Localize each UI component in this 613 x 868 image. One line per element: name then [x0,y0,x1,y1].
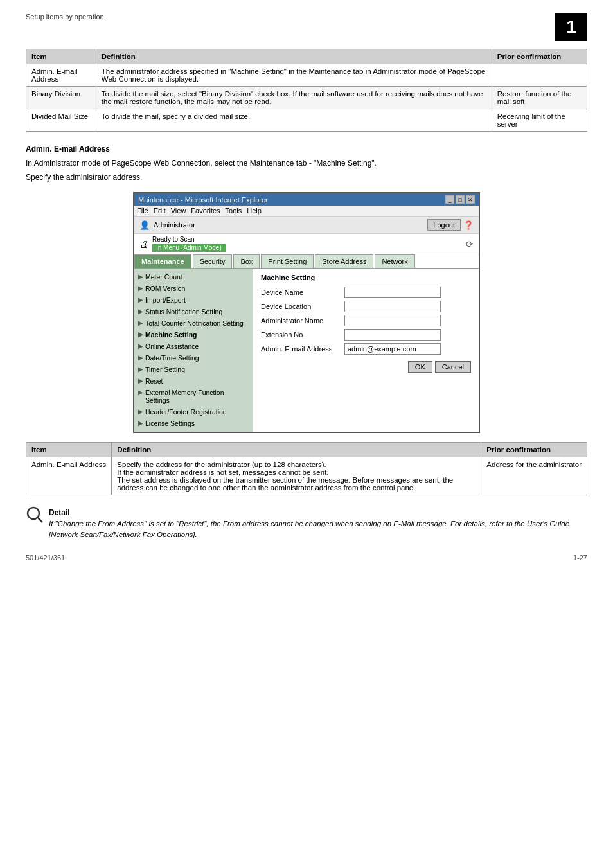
menu-help[interactable]: Help [247,207,262,215]
page-footer: 501/421/361 1-27 [26,554,587,562]
menu-tools[interactable]: Tools [226,207,242,215]
form-label: Device Name [261,288,344,296]
nav-tab-network[interactable]: Network [375,254,414,268]
svg-line-1 [38,518,42,522]
admin-header: 👤 Administrator Logout ❓ [134,217,479,234]
browser-controls: _ □ ✕ [445,195,475,204]
nav-tab-print-setting[interactable]: Print Setting [261,254,314,268]
nav-tab-security[interactable]: Security [193,254,233,268]
nav-tab-store-address[interactable]: Store Address [315,254,373,268]
detail-body: If "Change the From Address" is set to "… [49,518,587,541]
col-prior-b: Prior confirmation [481,443,587,457]
form-input-0[interactable] [344,287,441,298]
section-text2: Specify the administrator address. [26,172,587,183]
col-item-b: Item [26,443,112,457]
cell-item: Binary Division [26,87,96,109]
right-pane-title: Machine Setting [261,274,471,281]
arrow-icon: ▶ [138,296,143,303]
left-menu-item[interactable]: ▶License Settings [134,418,253,429]
form-label: Admin. E-mail Address [261,345,344,353]
two-pane: ▶Meter Count▶ROM Version▶Import/Export▶S… [134,269,479,432]
left-menu-item[interactable]: ▶ROM Version [134,283,253,294]
header-text: Setup items by operation [26,13,104,21]
nav-tabs: MaintenanceSecurityBoxPrint SettingStore… [134,254,479,269]
arrow-icon: ▶ [138,389,143,396]
cell-definition: Specify the address for the administrato… [112,457,481,495]
form-row: Administrator Name [261,315,471,326]
arrow-icon: ▶ [138,377,143,384]
menu-edit[interactable]: Edit [154,207,166,215]
nav-tab-maintenance[interactable]: Maintenance [134,254,191,268]
form-input-1[interactable] [344,301,441,312]
admin-label: Administrator [154,221,195,229]
cell-prior: Address for the administrator [481,457,587,495]
browser-title: Maintenance - Microsoft Internet Explore… [138,196,268,204]
left-menu-item[interactable]: ▶Meter Count [134,271,253,283]
detail-content: Detail If "Change the From Address" is s… [49,508,587,541]
col-prior: Prior confirmation [492,49,587,64]
arrow-icon: ▶ [138,420,143,427]
status-ready-text: Ready to Scan [152,236,226,243]
left-menu-item[interactable]: ▶Import/Export [134,294,253,306]
ok-button[interactable]: OK [408,361,432,373]
arrow-icon: ▶ [138,331,143,338]
refresh-icon[interactable]: ⟳ [466,239,474,249]
footer-right: 1-27 [573,554,587,562]
right-pane: Machine Setting Device NameDevice Locati… [253,269,479,432]
cell-prior: Receiving limit of the server [492,109,587,132]
svg-point-0 [28,508,39,519]
nav-tab-box[interactable]: Box [233,254,260,268]
logout-button[interactable]: Logout [427,219,461,231]
status-bar: 🖨 Ready to Scan In Menu (Admin Mode) ⟳ [134,234,479,254]
left-menu-item[interactable]: ▶Header/Footer Registration [134,406,253,418]
form-input-2[interactable] [344,315,441,326]
footer-left: 501/421/361 [26,554,65,562]
col-definition-b: Definition [112,443,481,457]
form-input-4[interactable] [344,343,441,355]
form-row: Device Name [261,287,471,298]
form-row: Device Location [261,301,471,312]
arrow-icon: ▶ [138,285,143,292]
form-row: Admin. E-mail Address [261,343,471,355]
browser-window: Maintenance - Microsoft Internet Explore… [133,192,480,433]
arrow-icon: ▶ [138,342,143,350]
top-info-table: Item Definition Prior confirmation Admin… [26,49,587,132]
arrow-icon: ▶ [138,354,143,361]
table-row: Admin. E-mail Address The administrator … [26,64,587,87]
bottom-info-table: Item Definition Prior confirmation Admin… [26,442,587,495]
detail-search-icon [26,506,44,527]
minimize-btn[interactable]: _ [445,195,454,204]
menu-view[interactable]: View [171,207,186,215]
left-menu-item[interactable]: ▶Total Counter Notification Setting [134,317,253,329]
browser-titlebar: Maintenance - Microsoft Internet Explore… [134,193,479,206]
form-label: Device Location [261,303,344,310]
cancel-button[interactable]: Cancel [435,361,471,373]
table-row: Divided Mail Size To divide the mail, sp… [26,109,587,132]
left-menu-item[interactable]: ▶Machine Setting [134,329,253,341]
left-menu-item[interactable]: ▶Status Notification Setting [134,306,253,317]
form-buttons: OK Cancel [261,357,471,375]
help-icon: ❓ [463,220,474,230]
close-btn[interactable]: ✕ [466,195,475,204]
col-item: Item [26,49,96,64]
left-menu-item[interactable]: ▶Timer Setting [134,364,253,375]
cell-prior [492,64,587,87]
form-label: Administrator Name [261,317,344,324]
left-menu-item[interactable]: ▶Online Assistance [134,341,253,352]
detail-section: Detail If "Change the From Address" is s… [26,508,587,541]
col-definition: Definition [96,49,492,64]
section-heading: Admin. E-mail Address [26,145,587,154]
admin-label-area: 👤 Administrator [139,220,195,230]
arrow-icon: ▶ [138,319,143,326]
left-menu-item[interactable]: ▶External Memory Function Settings [134,387,253,406]
status-menu-text: In Menu (Admin Mode) [152,244,226,252]
printer-icon: 🖨 [139,239,148,249]
section-text1: In Administrator mode of PageScope Web C… [26,157,587,169]
form-input-3[interactable] [344,329,441,341]
left-menu-item[interactable]: ▶Reset [134,375,253,387]
left-menu-item[interactable]: ▶Date/Time Setting [134,352,253,364]
menu-file[interactable]: File [137,207,148,215]
restore-btn[interactable]: □ [456,195,465,204]
menu-favorites[interactable]: Favorites [191,207,220,215]
cell-item: Divided Mail Size [26,109,96,132]
